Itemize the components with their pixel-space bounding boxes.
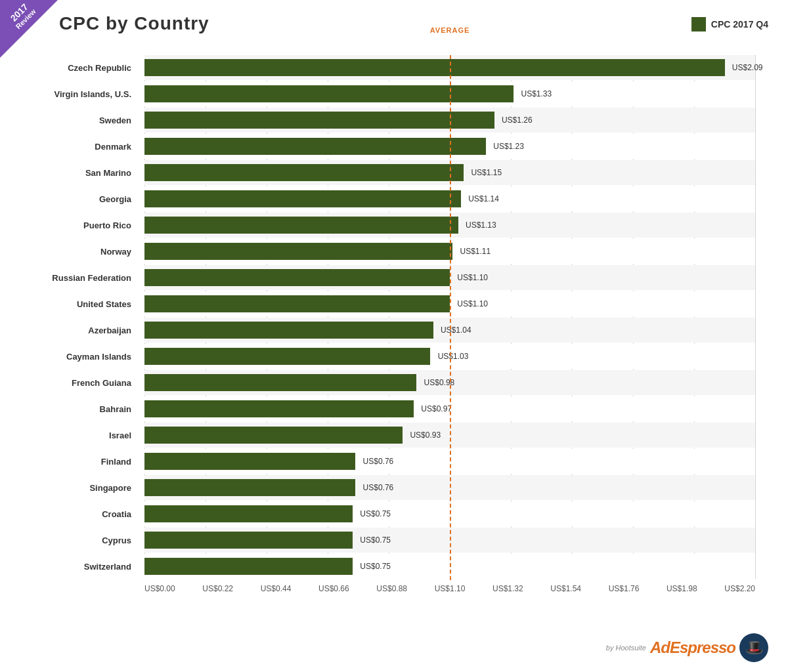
bar-value-label: US$0.97 [421,404,452,413]
country-label: Sweden [16,116,138,125]
bar: US$1.10 [144,269,450,286]
country-label: Azerbaijan [16,326,138,335]
bar: US$0.98 [144,374,416,391]
country-label: Bahrain [16,404,138,414]
country-label: Switzerland [16,562,138,572]
country-label: Czech Republic [16,63,138,73]
bar-value-label: US$1.10 [457,299,488,308]
legend: CPC 2017 Q4 [691,17,768,32]
country-label: United States [16,299,138,309]
chart-title: CPC by Country [59,13,209,34]
header-area: CPC by Country CPC 2017 Q4 [20,13,768,34]
x-tick-2: US$0.44 [261,584,292,593]
legend-color-box [691,17,706,32]
bar: US$0.76 [144,479,355,496]
bar-value-label: US$1.26 [502,116,533,125]
average-label-row: AVERAGE [144,41,755,55]
brand-name-text: AdEspresso [650,639,735,656]
x-tick-0: US$0.00 [144,584,175,593]
bar: US$1.13 [144,217,458,234]
country-label: Israel [16,430,138,440]
bar-value-label: US$1.15 [471,168,502,177]
bar-value-label: US$1.04 [441,326,471,335]
footer-logo: by Hootsuite AdEspresso 🎩 [606,633,768,662]
x-tick-3: US$0.66 [318,584,349,593]
x-tick-9: US$1.98 [667,584,697,593]
legend-label: CPC 2017 Q4 [711,19,768,30]
average-dashed-line [450,55,451,580]
x-tick-4: US$0.88 [376,584,407,593]
bar: US$0.75 [144,532,353,549]
x-tick-7: US$1.54 [550,584,581,593]
bar: US$1.11 [144,243,452,260]
bar: US$0.97 [144,400,414,417]
bar-value-label: US$0.76 [363,457,394,466]
bar: US$1.15 [144,164,464,181]
bar-value-label: US$1.14 [468,194,499,203]
bar-value-label: US$1.33 [521,89,552,98]
bar-value-label: US$0.75 [360,536,391,545]
bar: US$1.14 [144,190,461,207]
bar: US$0.76 [144,453,355,470]
x-axis: US$0.00US$0.22US$0.44US$0.66US$0.88US$1.… [144,584,755,593]
by-hootsuite: by Hootsuite [606,644,646,652]
country-label: Cyprus [16,536,138,545]
country-label: Norway [16,247,138,257]
bar-value-label: US$0.93 [410,430,441,440]
country-label: San Marino [16,168,138,178]
country-label: Singapore [16,483,138,493]
country-label: Russian Federation [16,273,138,283]
bar-value-label: US$1.11 [460,247,491,256]
x-tick-6: US$1.32 [492,584,523,593]
chart-container: 2017 Review CPC by Country CPC 2017 Q4 A… [0,0,788,672]
bar-value-label: US$1.23 [493,142,524,151]
country-label: French Guiana [16,378,138,388]
bar-value-label: US$0.75 [360,562,391,571]
country-label: Denmark [16,142,138,152]
bar-value-label: US$0.76 [363,483,394,492]
bar: US$1.04 [144,322,433,339]
x-tick-1: US$0.22 [202,584,233,593]
bar: US$0.75 [144,558,353,575]
country-label: Finland [16,457,138,467]
country-label: Virgin Islands, U.S. [16,89,138,99]
grid-line-10 [755,55,756,579]
bar: US$0.93 [144,427,403,444]
country-label: Puerto Rico [16,220,138,230]
bar-value-label: US$1.10 [457,273,488,282]
logo-icon: 🎩 [739,633,768,662]
x-tick-5: US$1.10 [435,584,466,593]
x-tick-10: US$2.20 [724,584,755,593]
chart-area: AVERAGE Czech RepublicUS$2.09Virgin Isla… [144,41,755,593]
bar-value-label: US$2.09 [732,63,763,72]
country-label: Croatia [16,509,138,519]
bar: US$0.75 [144,505,353,522]
bar: US$1.33 [144,85,514,102]
bars-and-grid: Czech RepublicUS$2.09Virgin Islands, U.S… [144,55,755,579]
bar: US$1.26 [144,112,494,129]
bar-value-label: US$0.75 [360,509,391,518]
bar: US$1.23 [144,138,486,155]
bar: US$2.09 [144,59,725,76]
bar: US$1.03 [144,348,430,365]
bar-value-label: US$1.13 [466,220,496,230]
brand-name: AdEspresso [650,639,735,657]
bar: US$1.10 [144,295,450,312]
bar-value-label: US$1.03 [438,352,469,361]
country-label: Cayman Islands [16,352,138,362]
average-label: AVERAGE [430,26,470,34]
badge-wrapper: 2017 Review [0,0,59,59]
country-label: Georgia [16,194,138,204]
x-tick-8: US$1.76 [609,584,640,593]
